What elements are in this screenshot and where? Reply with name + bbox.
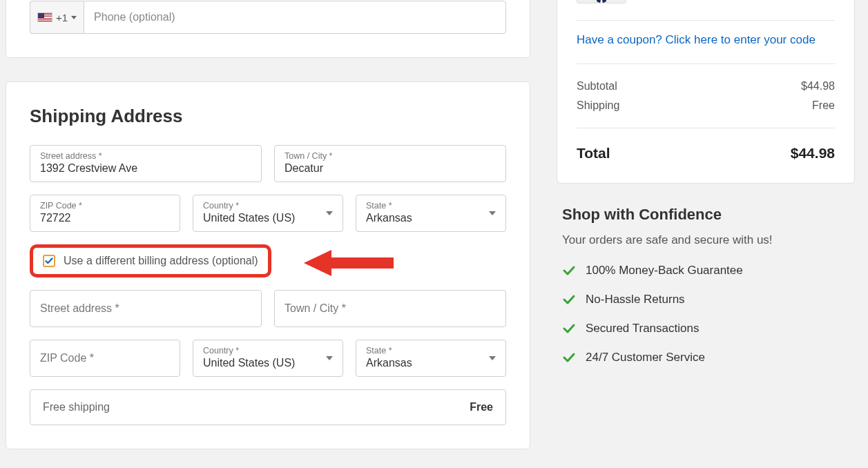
confidence-bullet: 100% Money-Back Guarantee [562, 264, 849, 277]
billing-city-input[interactable] [284, 302, 496, 316]
diff-billing-label: Use a different billing address (optiona… [64, 255, 258, 267]
shipping-card: Shipping Address Street address * Town /… [6, 81, 530, 449]
shipping-zip-field[interactable]: ZIP Code * [30, 195, 180, 232]
shipping-state-label: State * [366, 201, 496, 211]
shipping-city-label: Town / City * [284, 151, 496, 162]
confidence-bullet: Secured Transactions [562, 322, 849, 335]
subtotal-value: $44.98 [801, 80, 835, 92]
billing-country-value: United States (US) [203, 356, 333, 371]
confidence-bullet: No-Hassle Returns [562, 293, 849, 306]
billing-street-input[interactable] [40, 302, 251, 316]
phone-country-selector[interactable]: +1 [30, 1, 84, 34]
check-icon [562, 293, 576, 306]
cart-item: - 1 + [577, 0, 835, 3]
total-label: Total [577, 145, 610, 162]
chevron-down-icon [71, 16, 77, 19]
shipping-zip-input[interactable] [40, 211, 170, 226]
billing-street-field[interactable] [30, 290, 262, 327]
shipping-title: Shipping Address [30, 106, 506, 127]
shipping-city-input[interactable] [284, 162, 496, 176]
shipping-value: Free [812, 99, 835, 112]
confidence-bullet-text: Secured Transactions [586, 322, 699, 335]
svg-rect-0 [577, 0, 626, 3]
shipping-street-input[interactable] [40, 162, 251, 176]
diff-billing-checkbox[interactable] [43, 255, 55, 267]
product-thumbnail [577, 0, 626, 3]
shipping-country-value: United States (US) [203, 211, 333, 226]
check-icon [45, 257, 53, 265]
shipping-street-label: Street address * [40, 151, 251, 162]
shipping-street-field[interactable]: Street address * [30, 145, 262, 182]
divider [577, 128, 835, 128]
billing-country-label: Country * [203, 346, 333, 356]
coupon-link[interactable]: Have a coupon? Click here to enter your … [577, 33, 816, 46]
billing-zip-field[interactable] [30, 340, 180, 377]
shipping-label: Shipping [577, 99, 619, 112]
billing-city-field[interactable] [274, 290, 506, 327]
shipping-zip-label: ZIP Code * [40, 201, 170, 211]
billing-state-label: State * [366, 346, 496, 356]
phone-dial-code: +1 [56, 12, 68, 23]
order-summary-card: - 1 + Have a coupon? Click here to enter… [557, 0, 855, 184]
divider [577, 64, 835, 64]
billing-zip-input[interactable] [40, 351, 170, 366]
confidence-bullet: 24/7 Customer Service [562, 351, 849, 364]
chevron-down-icon [326, 211, 333, 215]
check-icon [562, 351, 576, 364]
total-value: $44.98 [791, 145, 835, 162]
shipping-country-select[interactable]: Country * United States (US) [193, 195, 343, 232]
order-totals: Subtotal $44.98 Shipping Free Total $44.… [577, 77, 835, 165]
chevron-down-icon [326, 356, 333, 360]
confidence-bullet-text: 100% Money-Back Guarantee [586, 264, 743, 277]
annotation-arrow-icon [300, 247, 397, 279]
shipping-state-value: Arkansas [366, 211, 496, 226]
confidence-subtitle: Your orders are safe and secure with us! [562, 233, 849, 247]
subtotal-label: Subtotal [577, 80, 617, 92]
shipping-country-label: Country * [203, 201, 333, 211]
flag-us-icon [37, 12, 52, 22]
billing-toggle-highlight: Use a different billing address (optiona… [30, 244, 506, 277]
check-icon [562, 322, 576, 335]
billing-state-select[interactable]: State * Arkansas [356, 340, 506, 377]
check-icon [562, 264, 576, 277]
shipping-method-price: Free [470, 401, 493, 413]
shipping-method-row[interactable]: Free shipping Free [30, 389, 506, 425]
shipping-method-label: Free shipping [43, 401, 110, 413]
chevron-down-icon [489, 356, 496, 360]
billing-country-select[interactable]: Country * United States (US) [193, 340, 343, 377]
divider [577, 20, 835, 21]
shipping-city-field[interactable]: Town / City * [274, 145, 506, 182]
confidence-bullet-text: No-Hassle Returns [586, 293, 685, 306]
confidence-title: Shop with Confidence [562, 206, 849, 224]
confidence-section: Shop with Confidence Your orders are saf… [557, 184, 855, 364]
billing-state-value: Arkansas [366, 356, 496, 371]
phone-input[interactable] [84, 1, 506, 34]
contact-card: +1 [6, 0, 530, 58]
shipping-state-select[interactable]: State * Arkansas [356, 195, 506, 232]
confidence-bullet-text: 24/7 Customer Service [586, 351, 705, 364]
chevron-down-icon [489, 211, 496, 215]
